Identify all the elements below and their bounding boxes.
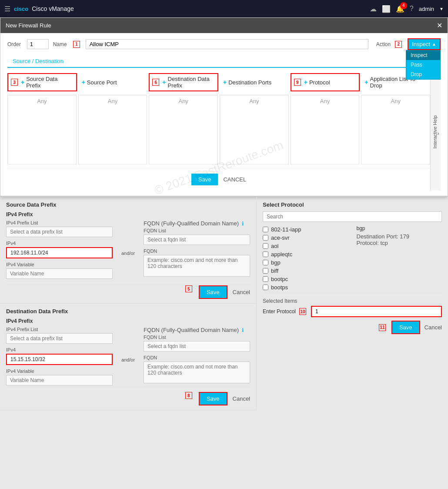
tab-source-destination[interactable]: Source / Destination: [7, 55, 69, 68]
protocol-item-802-11-iapp[interactable]: 802-11-iapp: [263, 225, 348, 234]
name-input[interactable]: [86, 39, 368, 49]
source-port-any: Any: [78, 95, 147, 164]
protocol-item-bootpc[interactable]: bootpc: [263, 275, 348, 283]
source-ipv4-variable-input[interactable]: [6, 268, 113, 279]
plus-icon-dest-ports[interactable]: +: [223, 79, 227, 86]
protocol-item-biff[interactable]: biff: [263, 267, 348, 275]
destination-panel-content: IPv4 Prefix List IPv4 IPv4 Variable and/…: [6, 327, 250, 389]
source-port-label: Source Port: [87, 79, 117, 86]
plus-icon-source[interactable]: +: [21, 79, 24, 86]
plus-icon-dest[interactable]: +: [162, 79, 166, 86]
source-ipv4-prefix-list-input[interactable]: [6, 227, 113, 237]
cloud-icon[interactable]: ☁: [370, 5, 377, 13]
source-panel: Source Data Prefix IPv4 Prefix IPv4 Pref…: [0, 197, 256, 304]
action-item-pass[interactable]: Pass: [406, 60, 440, 70]
navbar-left: ☰ cisco Cisco vManage: [4, 5, 74, 13]
source-ipv4-input[interactable]: [6, 247, 113, 258]
destination-ipv4-label: IPv4: [6, 347, 113, 352]
annotation-8: 8: [185, 392, 192, 399]
protocol-checkbox-bootps[interactable]: [263, 285, 268, 290]
main-cancel-button[interactable]: CANCEL: [223, 174, 246, 185]
source-data-prefix-label: Source Data Prefix: [26, 76, 73, 89]
protocol-item-bgp[interactable]: bgp: [263, 258, 348, 267]
protocol-detail-dest-port: Destination Port: 179: [357, 233, 442, 240]
bell-icon[interactable]: 🔔4: [396, 5, 405, 13]
destination-ipv4-input[interactable]: [6, 354, 113, 365]
destination-save-row: 8 Save Cancel: [6, 389, 250, 405]
destination-fqdn-list-input[interactable]: [144, 341, 250, 352]
destination-fqdn-list-label: FQDN List: [144, 335, 250, 340]
action-item-drop[interactable]: Drop: [406, 70, 440, 79]
protocol-item-bootps[interactable]: bootps: [263, 283, 348, 291]
protocol-checkbox-appleqtc[interactable]: [263, 251, 268, 257]
destination-fqdn-textarea[interactable]: [144, 362, 250, 383]
protocol-list: 802-11-iapp ace-svr aol appleqtc: [263, 225, 348, 291]
protocol-checkbox-ace-svr[interactable]: [263, 235, 268, 241]
source-panel-title: Source Data Prefix: [6, 201, 250, 208]
plus-icon-protocol[interactable]: +: [304, 79, 308, 86]
interactive-help-arrow[interactable]: ›: [438, 131, 439, 137]
main-save-button[interactable]: Save: [191, 174, 218, 185]
source-data-prefix-header[interactable]: 3 + Source Data Prefix: [7, 73, 77, 91]
source-cancel-button[interactable]: Cancel: [233, 285, 250, 299]
protocol-checkbox-aol[interactable]: [263, 243, 268, 249]
annotation-6: 6: [152, 79, 159, 86]
plus-icon-source-port[interactable]: +: [82, 79, 85, 86]
protocol-cancel-button[interactable]: Cancel: [425, 324, 442, 331]
destination-ports-any: Any: [220, 95, 289, 164]
destination-ipv4-prefix-list-input[interactable]: [6, 333, 113, 344]
source-fqdn-list-label: FQDN List: [144, 228, 250, 233]
source-fqdn-textarea[interactable]: [144, 255, 250, 277]
enter-protocol-input[interactable]: [311, 306, 442, 317]
action-button[interactable]: Inspect ▲: [408, 38, 441, 50]
interactive-help-panel[interactable]: Interactive Help ›: [430, 73, 441, 191]
destination-save-button[interactable]: Save: [199, 392, 227, 405]
destination-panel-title: Destination Data Prefix: [6, 308, 250, 315]
source-fqdn-info-icon: ℹ: [242, 221, 244, 227]
destination-panel: Destination Data Prefix IPv4 Prefix IPv4…: [0, 304, 256, 410]
protocol-save-button[interactable]: Save: [391, 321, 420, 334]
protocol-checkbox-biff[interactable]: [263, 268, 268, 274]
annotation-1: 1: [73, 41, 80, 48]
order-label: Order: [7, 41, 21, 47]
admin-chevron-icon[interactable]: ▼: [439, 7, 444, 11]
protocol-detail-protocol: Protocol: tcp: [357, 240, 442, 246]
destination-data-prefix-header[interactable]: 6 + Destination Data Prefix: [149, 73, 218, 91]
annotation-5: 5: [185, 285, 192, 292]
protocol-item-aol[interactable]: aol: [263, 242, 348, 250]
admin-label[interactable]: admin: [419, 6, 434, 12]
application-list-any: Any: [361, 95, 430, 164]
action-item-inspect[interactable]: Inspect: [406, 50, 440, 60]
protocol-list-row: 802-11-iapp ace-svr aol appleqtc: [263, 225, 442, 291]
destination-and-or: and/or: [120, 327, 137, 389]
protocol-checkbox-bgp[interactable]: [263, 260, 268, 265]
source-right-col: FQDN (Fully-Qualified Domain Name) ℹ FQD…: [144, 220, 250, 282]
source-port-header[interactable]: + Source Port: [79, 73, 147, 91]
protocol-panel-title: Select Protocol: [263, 201, 442, 208]
protocol-item-ace-svr[interactable]: ace-svr: [263, 234, 348, 242]
plus-icon-app-list[interactable]: +: [364, 79, 368, 86]
source-panel-content: IPv4 Prefix List IPv4 IPv4 Variable and/…: [6, 220, 250, 282]
protocol-header[interactable]: 9 + Protocol: [291, 73, 360, 91]
close-icon[interactable]: ✕: [437, 21, 442, 30]
menu-icon[interactable]: ☰: [4, 5, 10, 13]
destination-ports-header[interactable]: + Destination Ports: [220, 73, 289, 91]
order-input[interactable]: [27, 39, 49, 49]
columns-row: 3 + Source Data Prefix + Source Port 6 +…: [7, 73, 430, 91]
protocol-checkbox-802-11-iapp[interactable]: [263, 227, 268, 232]
dialog-inner: 3 + Source Data Prefix + Source Port 6 +…: [7, 73, 441, 191]
destination-fqdn-field-label: FQDN: [144, 355, 250, 360]
protocol-checkbox-bootpc[interactable]: [263, 276, 268, 282]
protocol-save-row: 11 Save Cancel: [263, 321, 442, 334]
protocol-search-input[interactable]: [263, 211, 442, 222]
source-fqdn-list-input[interactable]: [144, 234, 250, 245]
protocol-any: Any: [291, 95, 360, 164]
monitor-icon[interactable]: ⬜: [382, 5, 391, 13]
dialog-body: Order Name 1 Action 2 Inspect ▲ Inspect …: [0, 33, 448, 196]
destination-cancel-button[interactable]: Cancel: [233, 392, 250, 405]
destination-ipv4-variable-input[interactable]: [6, 375, 113, 385]
annotation-10: 10: [299, 308, 306, 315]
source-save-button[interactable]: Save: [199, 285, 227, 299]
help-icon[interactable]: ?: [410, 5, 414, 13]
protocol-item-appleqtc[interactable]: appleqtc: [263, 250, 348, 258]
